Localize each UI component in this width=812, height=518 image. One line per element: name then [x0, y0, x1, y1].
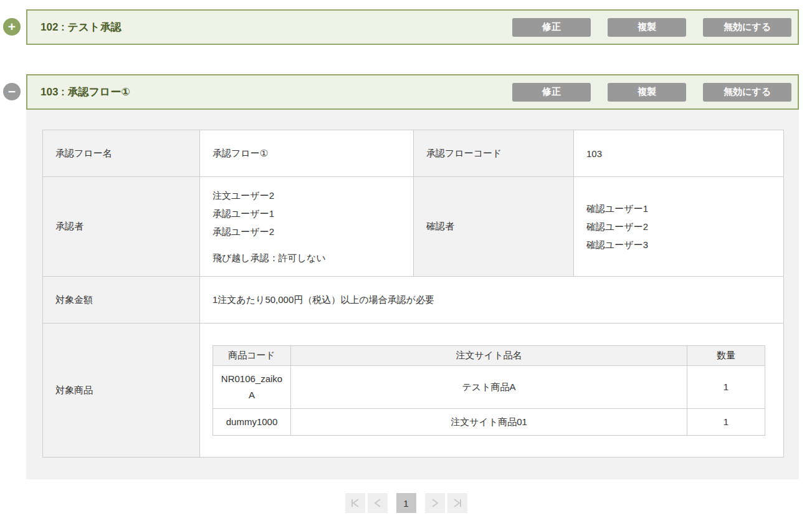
product-name-header: 注文サイト品名 — [291, 345, 687, 365]
pagination: 1 — [0, 493, 812, 513]
flow-name-label: 承認フロー名 — [43, 130, 200, 177]
flow-code-label: 承認フローコード — [414, 130, 574, 177]
approver-item: 承認ユーザー2 — [213, 223, 401, 241]
flow-detail-panel: 承認フロー名 承認フロー① 承認フローコード 103 承認者 注文ユーザー2 承… — [26, 110, 799, 479]
flow-title: 102 : テスト承認 — [41, 20, 495, 34]
product-code: dummy1000 — [213, 408, 291, 435]
product-qty: 1 — [687, 365, 765, 408]
table-row: 承認フロー名 承認フロー① 承認フローコード 103 — [43, 130, 784, 177]
last-page-button[interactable] — [447, 493, 467, 513]
amount-value: 1注文あたり50,000円（税込）以上の場合承認が必要 — [200, 277, 784, 324]
expand-plus-icon[interactable]: + — [3, 18, 21, 36]
duplicate-button[interactable]: 複製 — [608, 83, 686, 102]
confirmer-item: 確認ユーザー2 — [586, 218, 771, 236]
first-page-button[interactable] — [345, 493, 365, 513]
product-name: テスト商品A — [291, 365, 687, 408]
table-row: 対象金額 1注文あたり50,000円（税込）以上の場合承認が必要 — [43, 277, 784, 324]
products-table: 商品コード 注文サイト品名 数量 NR0106_zaikoA テスト商品A — [213, 345, 765, 436]
products-header-row: 商品コード 注文サイト品名 数量 — [213, 345, 765, 365]
page: + 102 : テスト承認 修正 複製 無効にする − 103 : 承認フロー①… — [0, 0, 812, 513]
confirmers-value: 確認ユーザー1 確認ユーザー2 確認ユーザー3 — [574, 177, 784, 277]
flow-section-102: + 102 : テスト承認 修正 複製 無効にする — [0, 9, 799, 45]
amount-label: 対象金額 — [43, 277, 200, 324]
confirmer-item: 確認ユーザー1 — [586, 199, 771, 218]
approver-item: 注文ユーザー2 — [213, 186, 401, 204]
prev-page-icon — [372, 498, 383, 508]
edit-button[interactable]: 修正 — [512, 18, 591, 37]
duplicate-button[interactable]: 複製 — [608, 18, 686, 37]
next-page-button[interactable] — [425, 493, 445, 513]
disable-button[interactable]: 無効にする — [703, 18, 791, 37]
approver-item: 承認ユーザー1 — [213, 204, 401, 223]
product-row: NR0106_zaikoA テスト商品A 1 — [213, 365, 765, 408]
products-label: 対象商品 — [43, 324, 200, 458]
product-qty: 1 — [687, 408, 765, 435]
product-code: NR0106_zaikoA — [213, 365, 291, 408]
first-page-icon — [350, 498, 361, 508]
flow-detail-table: 承認フロー名 承認フロー① 承認フローコード 103 承認者 注文ユーザー2 承… — [42, 130, 784, 458]
flow-header: 103 : 承認フロー① 修正 複製 無効にする — [26, 74, 799, 110]
approvers-value: 注文ユーザー2 承認ユーザー1 承認ユーザー2 飛び越し承認：許可しない — [200, 177, 414, 277]
product-code-header: 商品コード — [213, 345, 291, 365]
table-row: 対象商品 商品コード 注文サイト品名 数量 — [43, 324, 784, 458]
product-name: 注文サイト商品01 — [291, 408, 687, 435]
collapse-minus-icon[interactable]: − — [3, 83, 21, 100]
confirmers-label: 確認者 — [414, 177, 574, 277]
product-qty-header: 数量 — [687, 345, 765, 365]
last-page-icon — [452, 498, 463, 508]
disable-button[interactable]: 無効にする — [703, 83, 791, 102]
flow-header: 102 : テスト承認 修正 複製 無効にする — [26, 9, 799, 45]
products-value: 商品コード 注文サイト品名 数量 NR0106_zaikoA テスト商品A — [200, 324, 784, 458]
next-page-icon — [429, 498, 441, 508]
approvers-label: 承認者 — [43, 177, 200, 277]
prev-page-button[interactable] — [368, 493, 388, 513]
confirmer-item: 確認ユーザー3 — [586, 236, 771, 254]
flow-name-value: 承認フロー① — [200, 130, 414, 177]
flow-title: 103 : 承認フロー① — [41, 85, 495, 99]
current-page[interactable]: 1 — [396, 493, 416, 513]
product-row: dummy1000 注文サイト商品01 1 — [213, 408, 765, 435]
skip-approval-setting: 飛び越し承認：許可しない — [213, 249, 401, 267]
edit-button[interactable]: 修正 — [512, 83, 591, 102]
flow-section-103: − 103 : 承認フロー① 修正 複製 無効にする 承認フロー名 承認フロー①… — [0, 74, 799, 479]
table-row: 承認者 注文ユーザー2 承認ユーザー1 承認ユーザー2 飛び越し承認：許可しない… — [43, 177, 784, 277]
flow-code-value: 103 — [574, 130, 784, 177]
